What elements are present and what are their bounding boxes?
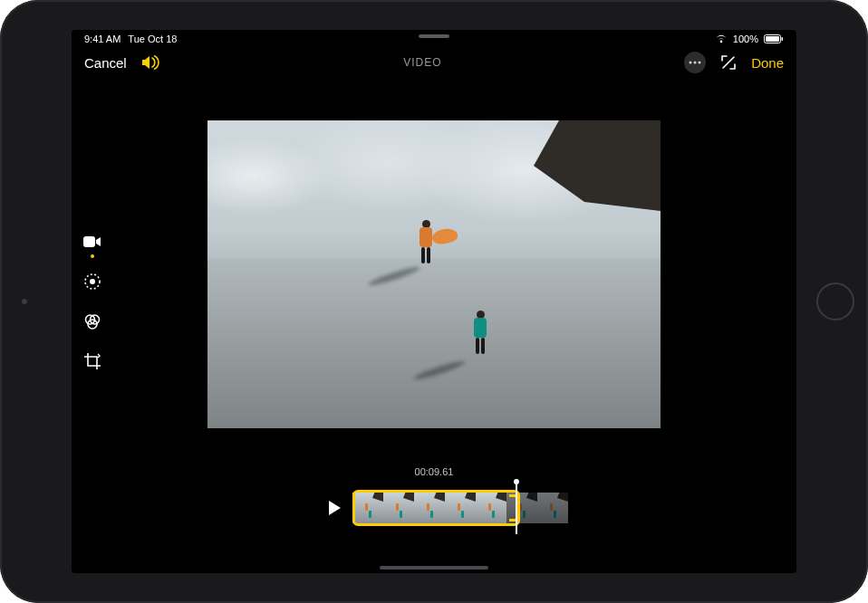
crop-button[interactable] xyxy=(79,348,106,375)
playhead-indicator[interactable] xyxy=(516,482,517,534)
video-preview[interactable] xyxy=(207,120,661,428)
svg-point-5 xyxy=(699,62,701,64)
trim-timeline[interactable] xyxy=(352,490,579,526)
filters-button[interactable] xyxy=(79,308,106,335)
svg-rect-6 xyxy=(83,236,95,247)
front-camera-dot xyxy=(22,299,27,304)
ipad-screen: 9:41 AM Tue Oct 18 100% Cancel xyxy=(72,30,796,573)
battery-icon xyxy=(764,34,784,43)
editor-mode-title: VIDEO xyxy=(403,56,441,69)
status-bar: 9:41 AM Tue Oct 18 100% xyxy=(72,30,796,46)
video-mode-button[interactable] xyxy=(79,228,106,255)
battery-percent: 100% xyxy=(733,34,758,44)
status-time: 9:41 AM xyxy=(84,34,121,44)
playhead-timecode: 00:09.61 xyxy=(72,466,796,477)
preview-figure xyxy=(470,311,490,356)
active-indicator-dot xyxy=(91,254,94,258)
enter-fullscreen-icon[interactable] xyxy=(720,54,737,71)
more-options-button[interactable] xyxy=(684,52,706,73)
wifi-icon xyxy=(715,34,728,43)
home-button[interactable] xyxy=(816,282,854,321)
svg-point-3 xyxy=(690,62,692,64)
svg-point-4 xyxy=(694,62,697,64)
svg-rect-2 xyxy=(782,37,784,41)
svg-rect-1 xyxy=(766,36,779,42)
trim-selection-handle[interactable] xyxy=(352,490,520,526)
status-date: Tue Oct 18 xyxy=(128,34,177,44)
volume-icon[interactable] xyxy=(141,54,161,71)
preview-figure xyxy=(416,220,436,265)
cancel-button[interactable]: Cancel xyxy=(84,55,127,71)
play-button[interactable] xyxy=(322,490,347,526)
editor-top-toolbar: Cancel VIDEO Done xyxy=(72,48,796,77)
svg-point-8 xyxy=(90,279,95,284)
multitasking-grabber[interactable] xyxy=(419,34,449,38)
adjust-button[interactable] xyxy=(79,268,106,295)
home-indicator[interactable] xyxy=(380,566,488,570)
done-button[interactable]: Done xyxy=(751,55,784,71)
editor-tool-strip xyxy=(77,219,108,384)
ipad-device-frame: 9:41 AM Tue Oct 18 100% Cancel xyxy=(0,0,868,603)
